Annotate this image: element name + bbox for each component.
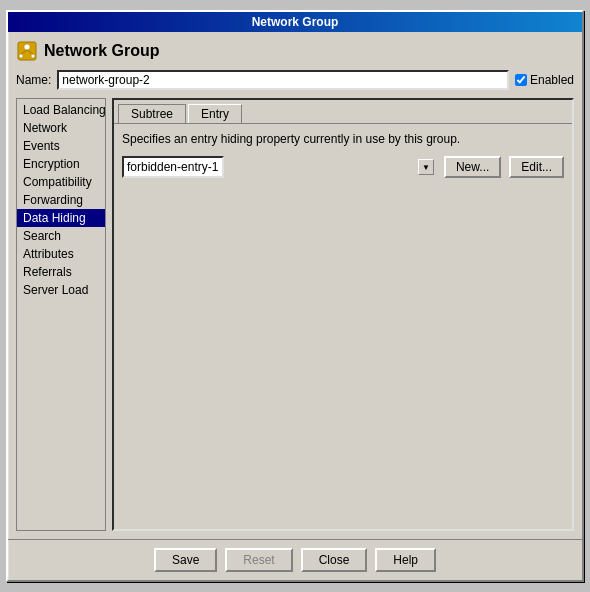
enabled-row: Enabled (515, 73, 574, 87)
enabled-checkbox[interactable] (515, 74, 527, 86)
tab-entry-content: Specifies an entry hiding property curre… (114, 123, 572, 529)
save-button[interactable]: Save (154, 548, 217, 572)
tab-subtree[interactable]: Subtree (118, 104, 186, 123)
sidebar-item-forwarding[interactable]: Forwarding (17, 191, 105, 209)
edit-button[interactable]: Edit... (509, 156, 564, 178)
select-arrow-icon: ▼ (418, 159, 434, 175)
sidebar-item-compatibility[interactable]: Compatibility (17, 173, 105, 191)
entry-row: forbidden-entry-1 ▼ New... Edit... (122, 156, 564, 178)
name-input[interactable] (57, 70, 509, 90)
sidebar-item-network[interactable]: Network (17, 119, 105, 137)
close-button[interactable]: Close (301, 548, 368, 572)
content-area: Subtree Entry Specifies an entry hiding … (112, 98, 574, 531)
window-title: Network Group (252, 15, 339, 29)
sidebar-item-events[interactable]: Events (17, 137, 105, 155)
title-bar: Network Group (8, 12, 582, 32)
enabled-label: Enabled (530, 73, 574, 87)
network-group-icon (16, 40, 38, 62)
name-row: Name: Enabled (16, 70, 574, 90)
svg-point-1 (24, 44, 30, 50)
svg-point-3 (31, 54, 35, 58)
entry-description: Specifies an entry hiding property curre… (122, 132, 564, 146)
sidebar-item-load-balancing[interactable]: Load Balancing (17, 101, 105, 119)
page-title: Network Group (44, 42, 160, 60)
svg-point-2 (19, 54, 23, 58)
tab-entry[interactable]: Entry (188, 104, 242, 123)
sidebar-item-data-hiding[interactable]: Data Hiding (17, 209, 105, 227)
sidebar-item-server-load[interactable]: Server Load (17, 281, 105, 299)
bottom-bar: Save Reset Close Help (8, 539, 582, 580)
new-button[interactable]: New... (444, 156, 501, 178)
sidebar: Load Balancing Network Events Encryption… (16, 98, 106, 531)
name-label: Name: (16, 73, 51, 87)
sidebar-item-encryption[interactable]: Encryption (17, 155, 105, 173)
reset-button[interactable]: Reset (225, 548, 292, 572)
window-body: Network Group Name: Enabled Load Balanci… (8, 32, 582, 539)
help-button[interactable]: Help (375, 548, 436, 572)
sidebar-item-referrals[interactable]: Referrals (17, 263, 105, 281)
main-area: Load Balancing Network Events Encryption… (16, 98, 574, 531)
entry-select-wrapper: forbidden-entry-1 ▼ (122, 156, 436, 178)
main-window: Network Group Network Group Name: Enable… (6, 10, 584, 582)
sidebar-item-attributes[interactable]: Attributes (17, 245, 105, 263)
header-row: Network Group (16, 40, 574, 62)
sidebar-item-search[interactable]: Search (17, 227, 105, 245)
entry-select[interactable]: forbidden-entry-1 (122, 156, 224, 178)
tabs-row: Subtree Entry (114, 100, 572, 123)
